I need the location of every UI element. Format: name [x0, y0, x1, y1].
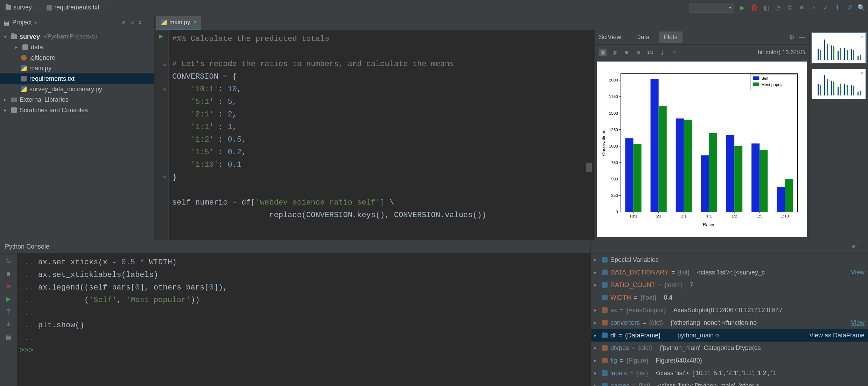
hide-icon[interactable]: ―	[859, 244, 864, 249]
main-split: ▾ survey ~/PycharmProjects/su ▸ data .gi…	[0, 30, 868, 240]
file-icon	[21, 76, 27, 81]
scrollbar-thumb[interactable]	[586, 163, 592, 172]
view-link[interactable]: View	[851, 319, 864, 327]
var-row[interactable]: ▸ dtypes = {dict} {'python_main': Catego…	[591, 342, 868, 354]
fold-icon[interactable]: ⊟	[162, 87, 166, 92]
var-row-special[interactable]: ▸ Special Variables	[591, 253, 868, 266]
var-row[interactable]: ▸ converters = {dict} {'otherlang_none':…	[591, 316, 868, 329]
var-row[interactable]: ▸ DATA_DICTIONARY = {list} <class 'list'…	[591, 266, 868, 279]
editor-gutter[interactable]: ▶ ⊟ ⊟ ⊟	[155, 30, 169, 240]
reset-zoom-icon[interactable]: 1:1	[646, 49, 654, 56]
folder-icon	[22, 44, 28, 50]
plot-canvas[interactable]: 02505007501000125015001750200010:15:12:1…	[597, 62, 807, 237]
actual-size-icon[interactable]: ▥	[611, 49, 618, 56]
stop-icon[interactable]: ■	[798, 4, 806, 12]
svg-text:1250: 1250	[609, 127, 618, 132]
svg-text:Observations: Observations	[601, 130, 606, 156]
close-icon[interactable]: ✕	[4, 282, 13, 291]
breadcrumb-root-label: survey	[13, 4, 32, 11]
debug-icon[interactable]: 🐞	[750, 4, 758, 12]
tree-item-label: requirements.txt	[29, 75, 75, 83]
search-everywhere-icon[interactable]: 🔍	[858, 4, 865, 12]
tree-item-gitignore[interactable]: .gitignore	[0, 52, 154, 63]
gear-icon[interactable]: ⚙	[138, 20, 142, 25]
plot-thumbnail[interactable]: ×	[812, 69, 866, 99]
tree-item-external-libraries[interactable]: ▸ External Libraries	[0, 94, 154, 105]
fold-icon[interactable]: ⊟	[162, 62, 166, 67]
hide-icon[interactable]: ―	[146, 20, 151, 25]
code-editor[interactable]: ▶ ⊟ ⊟ ⊟ #%% Calculate the predicted tota…	[155, 30, 594, 240]
tab-plots[interactable]: Plots	[659, 31, 682, 43]
tree-item-label: survey_data_dictionary.py	[29, 86, 102, 93]
git-push-icon[interactable]: ⭱	[834, 4, 841, 12]
plot-thumbnail[interactable]: ×	[812, 33, 866, 64]
zoom-out-icon[interactable]: ⊖	[635, 49, 642, 56]
history-icon[interactable]: ↺	[846, 4, 853, 12]
python-file-icon	[161, 20, 167, 25]
group-icon	[602, 257, 608, 263]
breadcrumb-root[interactable]: survey	[3, 4, 35, 11]
coverage-icon[interactable]: ◧	[762, 4, 770, 12]
breadcrumb-file[interactable]: requirements.txt	[44, 4, 102, 11]
git-icon	[21, 55, 27, 60]
save-plot-icon[interactable]: ⭳	[658, 49, 666, 56]
svg-text:2000: 2000	[609, 78, 618, 82]
git-pull-icon[interactable]: ⭎	[810, 4, 818, 12]
gear-icon[interactable]: ⚙	[852, 244, 856, 249]
close-icon[interactable]: ×	[193, 19, 197, 26]
tree-item-requirements[interactable]: requirements.txt	[0, 73, 154, 84]
view-link[interactable]: View	[851, 269, 864, 276]
breadcrumb: survey 〉 requirements.txt 〉	[3, 3, 110, 12]
var-row-df[interactable]: ▸ df = {DataFrame} python_main o View as…	[591, 329, 868, 342]
hide-icon[interactable]: ―	[799, 34, 805, 41]
attach-debugger-icon[interactable]: ⏚	[4, 320, 13, 328]
settings-icon[interactable]: ▦	[4, 333, 13, 341]
run-cell-icon[interactable]: ▶	[159, 33, 163, 40]
console-output[interactable]: ... ax.set_xticks(x - 0.5 * WIDTH) ... a…	[17, 253, 590, 386]
svg-text:750: 750	[611, 160, 618, 165]
project-tree[interactable]: ▾ survey ~/PycharmProjects/su ▸ data .gi…	[0, 30, 155, 240]
var-row[interactable]: ▸ labels = {list} <class 'list'>: ['10:1…	[591, 367, 868, 379]
git-commit-icon[interactable]: ✓	[822, 4, 830, 12]
tree-root[interactable]: ▾ survey ~/PycharmProjects/su	[0, 31, 154, 42]
svg-text:1000: 1000	[609, 144, 618, 148]
tree-item-main-py[interactable]: main.py	[0, 63, 154, 73]
view-dataframe-link[interactable]: View as DataFrame	[809, 332, 864, 339]
tree-item-label: Scratches and Consoles	[20, 107, 88, 114]
color-picker-icon[interactable]: ✎	[670, 49, 678, 56]
var-row[interactable]: ▸ RATIO_COUNT = {int64} 7	[591, 279, 868, 291]
var-row[interactable]: WIDTH = {float} 0.4	[591, 291, 868, 304]
help-icon[interactable]: ?	[4, 307, 13, 316]
profile-icon[interactable]: ◔	[774, 4, 782, 12]
svg-rect-19	[625, 138, 633, 212]
var-row[interactable]: ▸ names = {list} <class 'list'>: ['pytho…	[591, 379, 868, 386]
tree-item-label: main.py	[29, 65, 51, 72]
zoom-in-icon[interactable]: ⊕	[623, 49, 630, 56]
dict-icon	[602, 345, 608, 351]
concurrency-icon[interactable]: ⧉	[786, 4, 794, 12]
tree-item-survey-dict[interactable]: survey_data_dictionary.py	[0, 84, 154, 94]
tab-data[interactable]: Data	[631, 31, 654, 43]
run-config-dropdown[interactable]	[690, 3, 734, 13]
collapse-all-icon[interactable]: ⇲	[130, 20, 134, 25]
chevron-down-icon[interactable]: ▾	[35, 20, 37, 25]
stop-icon[interactable]: ■	[4, 270, 13, 278]
python-file-icon	[21, 65, 27, 71]
locate-icon[interactable]: ⊕	[122, 20, 126, 25]
fit-icon[interactable]: ▦	[599, 49, 607, 56]
var-row[interactable]: ▸ ax = {AxesSubplot} AxesSubplot(0.12406…	[591, 304, 868, 316]
editor-tab-main-py[interactable]: main.py ×	[156, 16, 201, 30]
code-content[interactable]: #%% Calculate the predicted totals # Let…	[169, 30, 594, 240]
gear-icon[interactable]: ⚙	[789, 34, 794, 41]
tree-item-data[interactable]: ▸ data	[0, 42, 154, 52]
tree-item-scratches[interactable]: ▸ Scratches and Consoles	[0, 105, 154, 115]
svg-text:Self: Self	[761, 76, 769, 80]
folder-icon	[6, 5, 11, 10]
fold-icon[interactable]: ⊟	[162, 175, 166, 180]
rerun-icon[interactable]: ↻	[4, 257, 13, 265]
obj-icon	[602, 358, 608, 363]
var-row[interactable]: ▸ fig = {Figure} Figure(640x480)	[591, 354, 868, 367]
variables-list[interactable]: ▸ Special Variables ▸ DATA_DICTIONARY = …	[591, 253, 868, 386]
run-icon[interactable]: ▶	[738, 4, 746, 12]
execute-icon[interactable]: ▶	[4, 295, 13, 303]
